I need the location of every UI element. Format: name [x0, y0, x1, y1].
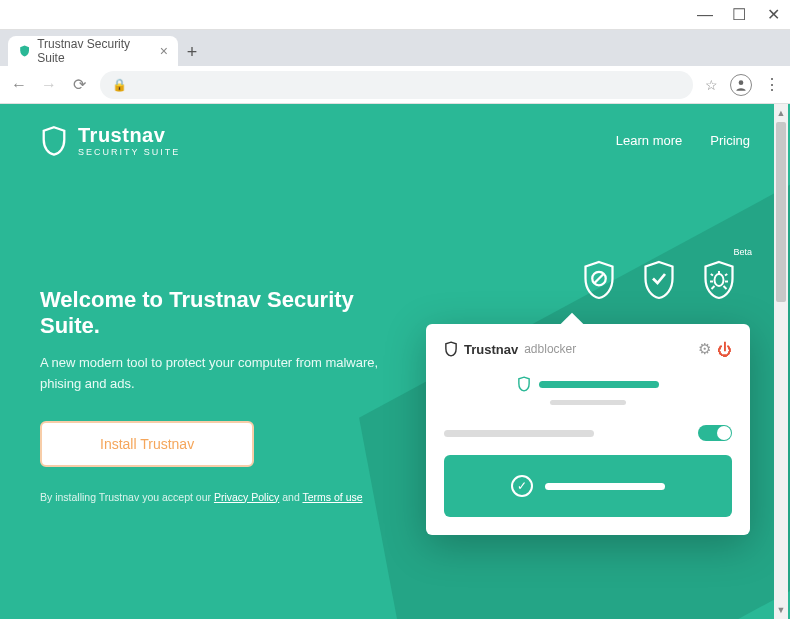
- close-window-icon[interactable]: ✕: [766, 8, 780, 22]
- feature-adblock-icon[interactable]: [580, 259, 618, 301]
- status-text-placeholder: [539, 381, 659, 388]
- popup-shield-icon: [444, 341, 458, 357]
- privacy-link[interactable]: Privacy Policy: [214, 491, 279, 503]
- install-button[interactable]: Install Trustnav: [40, 421, 254, 467]
- logo-shield-icon: [40, 125, 68, 157]
- extension-popup: Trustnav adblocker ⚙ ⏻ ✓: [426, 324, 750, 535]
- popup-product: adblocker: [524, 342, 576, 356]
- address-bar: ← → ⟳ 🔒 ☆ ⋮: [0, 66, 790, 104]
- svg-point-3: [715, 274, 724, 286]
- window-controls: — ☐ ✕: [0, 0, 790, 30]
- feature-antivirus-icon[interactable]: Beta: [700, 259, 738, 301]
- popup-status: [444, 376, 732, 405]
- power-icon[interactable]: ⏻: [717, 341, 732, 358]
- bookmark-star-icon[interactable]: ☆: [705, 77, 718, 93]
- feature-icons: Beta: [580, 259, 738, 301]
- feature-protection-icon[interactable]: [640, 259, 678, 301]
- status-subtext-placeholder: [550, 400, 626, 405]
- browser-tab[interactable]: Trustnav Security Suite ×: [8, 36, 178, 66]
- status-row: [517, 376, 659, 392]
- popup-action-button[interactable]: ✓: [444, 455, 732, 517]
- page-content: ▲ ▼ Trustnav SECURITY SUITE Learn more P…: [0, 104, 790, 619]
- disclaimer-and: and: [279, 491, 302, 503]
- svg-line-10: [724, 286, 727, 289]
- hero-title: Welcome to Trustnav Security Suite.: [40, 287, 380, 339]
- back-icon[interactable]: ←: [10, 76, 28, 94]
- tab-bar: Trustnav Security Suite × +: [0, 30, 790, 66]
- status-shield-icon: [517, 376, 531, 392]
- scrollbar-down-icon[interactable]: ▼: [776, 603, 786, 617]
- beta-badge: Beta: [733, 247, 752, 257]
- maximize-icon[interactable]: ☐: [732, 8, 746, 22]
- url-input[interactable]: 🔒: [100, 71, 693, 99]
- nav-learn-more[interactable]: Learn more: [616, 133, 682, 148]
- nav-pricing[interactable]: Pricing: [710, 133, 750, 148]
- lock-icon: 🔒: [112, 78, 127, 92]
- tab-title: Trustnav Security Suite: [37, 37, 154, 65]
- svg-point-0: [739, 80, 744, 85]
- brand-sub: SECURITY SUITE: [78, 147, 180, 157]
- svg-line-2: [595, 274, 604, 283]
- browser-menu-icon[interactable]: ⋮: [764, 75, 780, 94]
- popup-toggle-row: [444, 425, 732, 441]
- action-text-placeholder: [545, 483, 665, 490]
- gear-icon[interactable]: ⚙: [698, 340, 711, 358]
- minimize-icon[interactable]: —: [698, 8, 712, 22]
- logo-text: Trustnav SECURITY SUITE: [78, 124, 180, 157]
- reload-icon[interactable]: ⟳: [70, 75, 88, 94]
- profile-avatar-icon[interactable]: [730, 74, 752, 96]
- disclaimer-prefix: By installing Trustnav you accept our: [40, 491, 214, 503]
- enable-toggle[interactable]: [698, 425, 732, 441]
- svg-line-5: [711, 274, 713, 276]
- disclaimer: By installing Trustnav you accept our Pr…: [40, 491, 380, 503]
- nav-links: Learn more Pricing: [616, 133, 750, 148]
- terms-link[interactable]: Terms of use: [302, 491, 362, 503]
- site-header: Trustnav SECURITY SUITE Learn more Prici…: [0, 104, 790, 177]
- popup-brand: Trustnav: [464, 342, 518, 357]
- hero-section: Welcome to Trustnav Security Suite. A ne…: [0, 177, 420, 503]
- tab-favicon-shield-icon: [18, 44, 31, 58]
- forward-icon[interactable]: →: [40, 76, 58, 94]
- svg-line-6: [725, 274, 727, 276]
- new-tab-button[interactable]: +: [178, 38, 206, 66]
- popup-header: Trustnav adblocker ⚙ ⏻: [444, 340, 732, 358]
- hero-body: A new modern tool to protect your comput…: [40, 353, 380, 395]
- tab-close-icon[interactable]: ×: [160, 43, 168, 59]
- check-icon: ✓: [511, 475, 533, 497]
- scrollbar-up-icon[interactable]: ▲: [776, 106, 786, 120]
- vertical-scrollbar[interactable]: ▲ ▼: [774, 104, 788, 619]
- logo[interactable]: Trustnav SECURITY SUITE: [40, 124, 180, 157]
- scrollbar-thumb[interactable]: [776, 122, 786, 302]
- svg-line-9: [712, 286, 715, 289]
- toggle-label-placeholder: [444, 430, 594, 437]
- brand-name: Trustnav: [78, 124, 180, 147]
